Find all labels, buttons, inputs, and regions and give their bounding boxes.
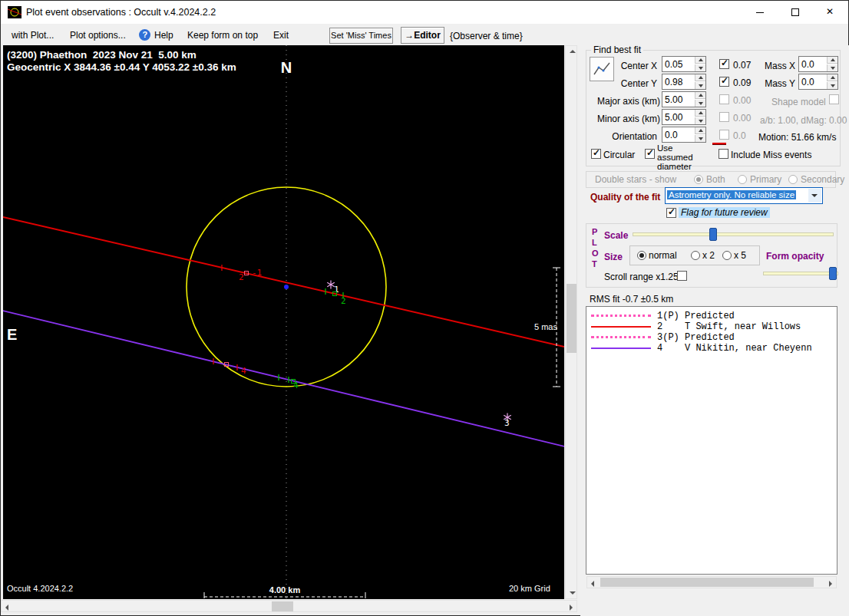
size-x5-radio[interactable]	[722, 251, 732, 260]
include-miss-label: Include Miss events	[731, 150, 811, 160]
spin-up-icon[interactable]	[695, 110, 705, 117]
plot-vertical-scrollbar[interactable]	[565, 45, 577, 599]
maximize-button[interactable]	[778, 1, 813, 24]
spin-down-icon[interactable]	[827, 82, 837, 89]
event-line-swatch	[591, 336, 651, 338]
help-icon[interactable]	[139, 29, 150, 41]
list-horizontal-scrollbar[interactable]	[586, 576, 837, 588]
form-opacity-slider[interactable]	[763, 267, 838, 280]
major-axis-spinner[interactable]: 5.00	[662, 91, 706, 107]
list-item[interactable]: 2 T Swift, near Willows	[586, 321, 837, 331]
scrollbar-thumb[interactable]	[600, 578, 814, 587]
minor-axis-error-checkbox	[719, 112, 729, 122]
center-x-error-checkbox[interactable]	[719, 59, 729, 69]
center-y-error-label: 0.09	[733, 77, 751, 88]
minor-axis-spinner[interactable]: 5.00	[662, 109, 706, 125]
editor-button[interactable]: →Editor	[401, 27, 444, 44]
spin-down-icon[interactable]	[695, 64, 705, 71]
double-secondary-radio	[788, 175, 798, 184]
east-label: E	[7, 326, 17, 343]
circular-checkbox[interactable]	[591, 149, 601, 159]
set-miss-times-button[interactable]: Set 'Miss' Times	[329, 28, 393, 44]
scroll-up-icon[interactable]	[567, 47, 576, 58]
ab-dmag-label: a/b: 1.00, dMag: 0.00	[760, 115, 847, 126]
scroll-range-checkbox[interactable]	[677, 271, 687, 281]
scroll-right-icon[interactable]	[824, 578, 835, 587]
menu-help[interactable]: Help	[154, 30, 173, 41]
double-primary-radio	[738, 175, 747, 184]
center-x-label: Center X	[620, 61, 657, 71]
center-y-label: Center Y	[620, 78, 657, 89]
scroll-left-icon[interactable]	[2, 601, 13, 611]
minimize-button[interactable]	[742, 1, 778, 24]
slider-thumb[interactable]	[709, 228, 717, 241]
size-normal-radio[interactable]	[637, 251, 646, 260]
plot-horizontal-scrollbar[interactable]	[1, 600, 577, 612]
spin-down-icon[interactable]	[695, 100, 705, 107]
list-item[interactable]: 1(P) Predicted	[586, 310, 837, 321]
plot-svg: 2-112443(3200) Phaethon 2023 Nov 21 5.00…	[3, 45, 564, 599]
list-item[interactable]: 4 V Nikitin, near Cheyenn	[586, 342, 837, 353]
double-primary-label: Primary	[750, 174, 781, 185]
motion-direction-swatch	[712, 143, 726, 145]
size-x2-label: x 2	[702, 250, 715, 261]
minor-axis-error-label: 0.00	[733, 113, 751, 124]
spin-up-icon[interactable]	[695, 92, 705, 99]
quality-combobox[interactable]: Astrometry only. No reliable size	[665, 187, 823, 204]
double-stars-caption: Double stars - show	[593, 174, 679, 185]
menu-exit[interactable]: Exit	[273, 30, 289, 41]
plot-version-label: Occult 4.2024.2.2	[7, 584, 73, 593]
spin-up-icon[interactable]	[695, 127, 705, 134]
find-best-fit-button[interactable]	[590, 57, 614, 81]
motion-label: Motion: 51.66 km/s	[758, 132, 836, 143]
spin-up-icon[interactable]	[827, 57, 837, 64]
center-x-error-label: 0.07	[733, 60, 751, 71]
scrollbar-thumb[interactable]	[567, 284, 576, 353]
scale-slider[interactable]	[633, 228, 834, 241]
orientation-spinner[interactable]: 0.0	[662, 127, 706, 143]
spin-down-icon[interactable]	[695, 117, 705, 124]
event-label: 4 V Nikitin, near Cheyenn	[657, 343, 812, 354]
spin-up-icon[interactable]	[695, 74, 705, 81]
mass-y-spinner[interactable]: 0.0	[798, 74, 838, 90]
size-x2-radio[interactable]	[691, 251, 700, 260]
list-item[interactable]: 3(P) Predicted	[586, 331, 837, 342]
minor-axis-label: Minor axis (km)	[597, 114, 657, 124]
include-miss-checkbox[interactable]	[719, 149, 728, 159]
scroll-right-icon[interactable]	[565, 601, 576, 611]
use-assumed-diameter-checkbox[interactable]	[645, 149, 655, 159]
mas-scale-label: 5 mas	[534, 322, 557, 331]
titlebar: Plot event observations : Occult v.4.202…	[1, 1, 848, 24]
slider-thumb[interactable]	[829, 267, 837, 280]
menu-with-plot[interactable]: with Plot...	[12, 30, 54, 41]
quality-label: Quality of the fit	[590, 192, 660, 203]
event-line-swatch	[591, 326, 651, 328]
plot-letter: T	[592, 259, 597, 268]
flag-review-checkbox[interactable]	[666, 208, 676, 218]
observer-time-label: {Observer & time}	[450, 31, 523, 41]
scrollbar-thumb[interactable]	[272, 601, 293, 611]
quality-value: Astrometry only. No reliable size	[667, 190, 796, 199]
flag-review-label: Flag for future review	[679, 207, 770, 218]
plot-canvas[interactable]: 2-112443(3200) Phaethon 2023 Nov 21 5.00…	[3, 45, 564, 599]
menu-plot-options[interactable]: Plot options...	[70, 30, 126, 41]
circular-label: Circular	[603, 150, 635, 160]
close-button[interactable]	[813, 1, 848, 24]
spin-up-icon[interactable]	[827, 74, 837, 81]
menu-keep-on-top[interactable]: Keep form on top	[187, 30, 258, 41]
center-x-spinner[interactable]: 0.05	[662, 56, 706, 72]
spin-down-icon[interactable]	[695, 82, 705, 89]
center-y-spinner[interactable]: 0.98	[662, 74, 706, 90]
center-y-error-checkbox[interactable]	[719, 77, 729, 87]
chevron-down-icon[interactable]	[808, 189, 821, 203]
spin-down-icon[interactable]	[695, 135, 705, 142]
spin-down-icon[interactable]	[827, 64, 837, 71]
scroll-down-icon[interactable]	[567, 587, 576, 598]
scale-label: Scale	[604, 230, 628, 241]
event-list[interactable]: 1(P) Predicted2 T Swift, near Willows3(P…	[586, 306, 837, 575]
mass-x-spinner[interactable]: 0.0	[798, 56, 838, 72]
event-line-swatch	[591, 315, 651, 317]
scroll-left-icon[interactable]	[588, 578, 599, 587]
orientation-error-label: 0.0	[733, 130, 746, 141]
spin-up-icon[interactable]	[695, 57, 705, 64]
